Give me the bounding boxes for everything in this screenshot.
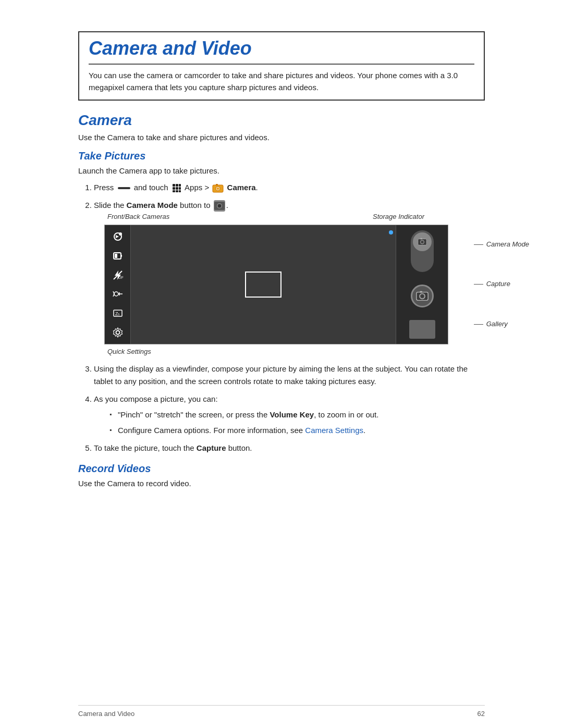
capture-button [411,285,434,307]
label-storage: Storage Indicator [373,212,424,223]
camera-diagram-container: Front/Back Cameras Storage Indicator [104,212,485,357]
cam-icon-battery [111,250,125,263]
step-2-text: Slide the Camera Mode button to . [94,201,228,209]
svg-point-29 [116,330,119,334]
mode-slider-knob [413,232,432,251]
chapter-header: Camera and Video You can use the camera … [78,31,485,101]
step-2: Slide the Camera Mode button to . Front/… [94,199,485,357]
step-3-text: Using the display as a viewfinder, compo… [94,364,468,386]
bullet-1: "Pinch" or "stretch" the screen, or pres… [109,409,485,421]
cam-icon-flash-off: OFF [111,268,125,281]
footer-right: 62 [478,710,485,718]
label-gallery: Gallery [486,319,508,330]
svg-rect-20 [115,254,117,258]
bullet-1-text: "Pinch" or "stretch" the screen, or pres… [118,410,378,419]
camera-label: Camera [227,183,256,192]
step-4-text: As you compose a picture, you can: [94,394,218,403]
svg-rect-5 [179,187,181,190]
cam-icon-exposure: Z₅ [111,307,125,320]
label-quick-settings: Quick Settings [104,347,485,357]
svg-rect-12 [216,184,218,186]
svg-point-15 [217,204,221,208]
page-footer: Camera and Video 62 [78,705,485,718]
volume-key-bold: Volume Key [270,410,314,419]
cam-icon-effects [111,288,125,301]
bullet-2: Configure Camera options. For more infor… [109,424,485,437]
steps-list: Press and touch [78,181,485,454]
svg-rect-1 [176,184,178,187]
svg-point-32 [421,241,423,243]
svg-rect-3 [173,187,175,190]
step-4: As you compose a picture, you can: "Pinc… [94,393,485,437]
label-capture: Capture [486,279,510,290]
svg-point-11 [217,188,219,190]
camera-settings-link[interactable]: Camera Settings [305,426,363,435]
svg-text:Z₅: Z₅ [115,311,120,316]
subsection-title-record-videos: Record Videos [78,463,485,475]
label-capture-line: Capture [474,279,529,290]
subsection-desc-record-videos: Use the Camera to record video. [78,479,485,488]
subsection-desc-take-pictures: Launch the Camera app to take pictures. [78,166,485,175]
sub-bullets-list: "Pinch" or "stretch" the screen, or pres… [94,409,485,437]
svg-rect-6 [173,190,175,192]
diagram-labels-top: Front/Back Cameras Storage Indicator [104,212,485,223]
chapter-title: Camera and Video [89,38,474,65]
step-5-text: To take the picture, touch the Capture b… [94,443,252,452]
svg-rect-8 [179,190,181,192]
section-title-camera: Camera [78,112,485,129]
step-1: Press and touch [94,181,485,194]
step-3: Using the display as a viewfinder, compo… [94,363,485,388]
storage-indicator-dot [389,230,393,235]
svg-rect-2 [179,184,181,187]
camera-mode-icon [214,200,225,212]
camera-diagram: OFF [104,225,448,344]
svg-rect-19 [121,255,122,257]
label-front-back: Front/Back Cameras [107,212,169,223]
chapter-intro: You can use the camera or camcorder to t… [89,70,474,93]
svg-rect-0 [173,184,175,187]
svg-point-24 [114,292,118,296]
svg-rect-37 [420,291,422,293]
cam-icon-flip [111,230,125,243]
footer-left: Camera and Video [78,710,134,718]
label-dash-gallery [474,324,483,325]
label-dash-mode [474,244,483,245]
apps-icon [172,183,182,193]
step-5: To take the picture, touch the Capture b… [94,442,485,454]
cam-focus-box [245,272,282,298]
label-dash-capture [474,284,483,285]
label-gallery-line: Gallery [474,319,529,330]
mode-slider [411,230,434,272]
section-desc-camera: Use the Camera to take and share picture… [78,133,485,142]
label-camera-mode: Camera Mode [486,239,529,250]
svg-text:OFF: OFF [118,276,124,279]
camera-icon-inline [212,182,224,194]
diagram-right-labels: Camera Mode Capture Gallery [474,225,529,344]
bullet-2-text: Configure Camera options. For more infor… [118,426,365,435]
svg-point-17 [119,232,122,236]
apps-label: Apps > [185,183,209,192]
cam-right-panel [396,225,448,344]
cam-left-panel: OFF [105,225,131,344]
svg-rect-4 [176,187,178,190]
label-camera-mode-line: Camera Mode [474,239,529,250]
capture-bold: Capture [197,443,226,452]
press-button-graphic [118,187,130,189]
cam-icon-settings [111,326,125,339]
step-1-text: Press and touch [94,183,258,192]
cam-viewfinder [131,225,396,344]
page: Camera and Video You can use the camera … [57,0,506,728]
svg-rect-33 [420,238,422,240]
gallery-thumbnail [409,320,435,339]
svg-point-36 [421,295,424,298]
camera-mode-bold: Camera Mode [127,201,178,209]
subsection-title-take-pictures: Take Pictures [78,150,485,162]
svg-rect-7 [176,190,178,192]
